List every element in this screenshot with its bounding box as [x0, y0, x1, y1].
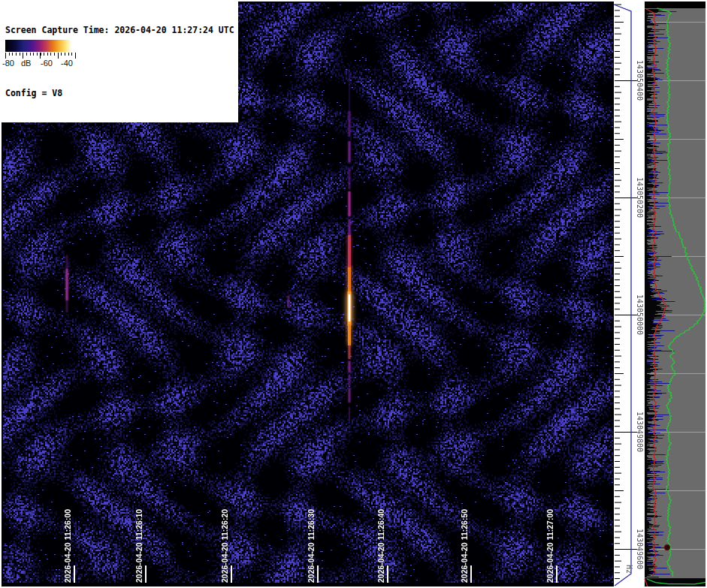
colorbar-ticks-major: [5, 53, 76, 59]
time-axis-tick: [317, 565, 319, 583]
time-axis-label: 2026-04-20 11:26:00: [63, 509, 72, 583]
time-axis-tick: [387, 565, 388, 583]
capture-time-text: Screen Capture Time: 2026-04-20 11:27:24…: [5, 25, 234, 35]
frequency-unit-label: Hz: [625, 565, 633, 574]
colorbar-gradient: [5, 40, 75, 52]
colorbar-tick-label: dB: [21, 59, 31, 68]
colorbar-tick-label: -80: [2, 59, 14, 68]
spectrum-lab-capture-window: Screen Capture Time: 2026-04-20 11:27:24…: [0, 0, 707, 588]
time-axis-tick: [74, 565, 75, 583]
time-axis-tick: [470, 565, 472, 583]
time-axis-label: 2026-04-20 11:26:50: [460, 509, 469, 583]
colorbar-tick-label: -60: [41, 59, 53, 68]
freq-axis-label: 143050200: [636, 177, 644, 218]
time-axis-label: 2026-04-20 11:27:00: [545, 509, 554, 583]
time-axis-label: 2026-04-20 11:26:20: [220, 509, 229, 583]
config-text: Config = V8: [5, 88, 234, 98]
colorbar-tick-label: -40: [61, 59, 73, 68]
freq-axis-label: 143050400: [636, 60, 644, 101]
time-axis-tick: [556, 565, 557, 583]
time-axis-label: 2026-04-20 11:26:40: [376, 509, 385, 583]
colorbar-labels: -80dB-60-40: [2, 59, 80, 69]
time-axis-label: 2026-04-20 11:26:30: [307, 509, 316, 583]
time-axis-tick: [145, 565, 147, 583]
amplitude-colorbar: -80dB-60-40: [2, 38, 80, 70]
time-axis-tick: [231, 565, 232, 583]
time-axis-label: 2026-04-20 11:26:10: [134, 509, 144, 583]
freq-axis-label: 143050000: [636, 294, 644, 335]
freq-axis-label: 143049600: [636, 529, 644, 569]
freq-axis-label: 143049800: [636, 412, 644, 452]
